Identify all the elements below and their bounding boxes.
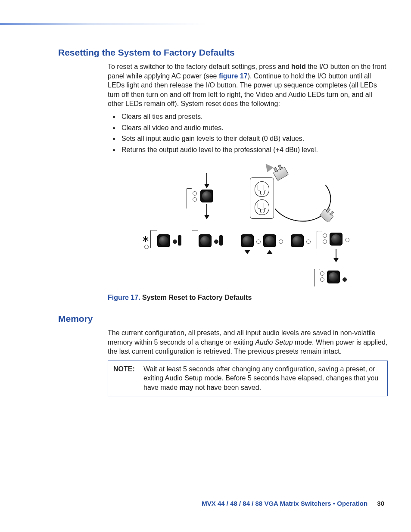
- figure-ref-link[interactable]: figure 17: [219, 72, 248, 80]
- reset-bullet-list: Clears all ties and presets. Clears all …: [108, 112, 388, 154]
- bracket-icon: [187, 188, 192, 208]
- led-icon: [306, 240, 311, 244]
- bracket-icon: [317, 231, 322, 249]
- figure-number: Figure 17.: [108, 294, 142, 301]
- footer-doc-title: MVX 44 / 48 / 84 / 88 VGA Matrix Switche…: [202, 500, 367, 507]
- note-label: NOTE:: [113, 364, 143, 392]
- panel-notch-icon: [178, 235, 181, 246]
- button-icon: [291, 234, 304, 247]
- led-icon: [323, 240, 327, 244]
- io-button-icon: [200, 190, 213, 202]
- memory-paragraph: The current configuration, all presets, …: [108, 328, 388, 356]
- italic-mode: Audio Setup: [255, 339, 293, 346]
- arrow-down-icon: [206, 204, 207, 219]
- reset-paragraph: To reset a switcher to the factory defau…: [108, 62, 388, 109]
- memory-body: The current configuration, all presets, …: [108, 328, 388, 396]
- blink-icon: [143, 236, 149, 242]
- arrow-down-icon: [336, 249, 336, 262]
- panel-notch-icon: [219, 235, 223, 246]
- page-top-rule: [0, 23, 411, 25]
- page-footer: MVX 44 / 48 / 84 / 88 VGA Matrix Switche…: [0, 500, 411, 507]
- bracket-icon: [150, 230, 157, 248]
- led-icon: [279, 240, 283, 244]
- button-icon: [157, 234, 170, 247]
- page-content: Resetting the System to Factory Defaults…: [58, 47, 390, 396]
- led-icon: [320, 271, 324, 276]
- triangle-up-icon: [267, 250, 273, 254]
- motion-arrow-icon: [262, 162, 273, 172]
- note-box: NOTE: Wait at least 5 seconds after chan…: [108, 361, 388, 396]
- list-item: Returns the output audio level to the pr…: [120, 145, 388, 155]
- reset-body: To reset a switcher to the factory defau…: [108, 62, 388, 302]
- bracket-icon: [314, 269, 320, 286]
- button-icon: [263, 234, 276, 247]
- led-icon: [144, 245, 149, 249]
- text: To reset a switcher to the factory defau…: [108, 63, 291, 70]
- list-item: Sets all input audio gain levels to thei…: [120, 134, 388, 143]
- text: not have been saved.: [193, 384, 261, 391]
- button-icon: [241, 234, 254, 247]
- led-icon: [345, 238, 349, 242]
- led-icon: [193, 197, 197, 202]
- led-icon: [320, 277, 324, 282]
- list-item: Clears all video and audio mutes.: [120, 123, 388, 133]
- bold-may: may: [180, 384, 193, 391]
- figure-caption: Figure 17. System Reset to Factory Defau…: [108, 293, 388, 302]
- footer-page-number: 30: [377, 500, 384, 507]
- led-on-icon: [214, 240, 218, 244]
- io-button-icon: [330, 233, 342, 246]
- figure-17-diagram: [140, 160, 355, 289]
- led-on-icon: [173, 240, 177, 244]
- arrow-down-icon: [206, 173, 207, 188]
- led-on-icon: [342, 277, 347, 282]
- led-icon: [323, 233, 327, 238]
- led-icon: [256, 240, 261, 244]
- heading-memory: Memory: [58, 314, 390, 324]
- led-icon: [193, 191, 197, 196]
- io-button-icon: [327, 271, 340, 283]
- button-icon: [199, 234, 212, 247]
- figure-title: System Reset to Factory Defaults: [142, 294, 252, 301]
- heading-reset: Resetting the System to Factory Defaults: [58, 47, 390, 58]
- list-item: Clears all ties and presets.: [120, 112, 388, 121]
- bold-hold: hold: [291, 63, 306, 70]
- triangle-down-icon: [244, 250, 250, 254]
- note-text: Wait at least 5 seconds after changing a…: [143, 364, 382, 392]
- bracket-icon: [192, 230, 198, 248]
